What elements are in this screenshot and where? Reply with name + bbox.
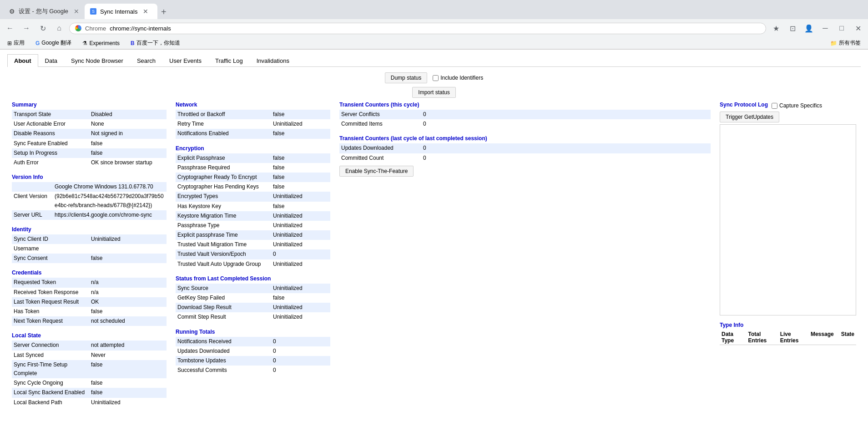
tab-traffic-log[interactable]: Traffic Log [208, 54, 250, 67]
tab-about[interactable]: About [7, 54, 38, 67]
bookmarks-experiments[interactable]: ⚗ Experiments [79, 39, 123, 47]
table-row: Trusted Vault Migration TimeUninitialize… [176, 240, 330, 249]
row-label: Updates Downloaded [176, 346, 271, 356]
row-value: Uninitialized [271, 192, 330, 201]
table-row: Has Keystore Keyfalse [176, 202, 330, 211]
bookmarks-apps[interactable]: ⊞ 应用 [4, 38, 28, 48]
table-row: Auth ErrorOK since browser startup [12, 158, 167, 168]
row-label: Sync Cycle Ongoing [12, 378, 89, 388]
row-label: Has Token [12, 307, 89, 316]
row-label: Passphrase Required [176, 163, 271, 173]
table-row: Cryptographer Has Pending Keysfalse [176, 182, 330, 192]
minimize-button[interactable]: ─ [819, 22, 832, 35]
page-content: About Data Sync Node Browser Search User… [0, 50, 868, 418]
row-label: Last Token Request Result [12, 297, 89, 307]
close-button[interactable]: ✕ [852, 22, 864, 35]
table-row: Passphrase Requiredfalse [176, 163, 330, 173]
bookmark-star-icon[interactable]: ★ [770, 22, 782, 35]
capture-specifics-label[interactable]: Capture Specifics [772, 102, 822, 109]
table-row: Tombstone Updates0 [176, 356, 330, 366]
row-label: Disable Reasons [12, 129, 89, 138]
settings-tab-close[interactable]: ✕ [74, 8, 79, 15]
version-client-row: Client Version (92b6e81c7548ac424b567279… [12, 192, 167, 210]
table-row: Disable ReasonsNot signed in [12, 129, 167, 138]
version-info-title: Version Info [12, 174, 167, 180]
row-label: Requested Token [12, 278, 89, 287]
row-value: 0 [421, 119, 711, 129]
version-client-label: Client Version [12, 192, 53, 210]
address-bar[interactable]: Chrome chrome://sync-internals [69, 23, 766, 34]
tab-invalidations[interactable]: Invalidations [250, 54, 296, 67]
tab-sync-node-browser[interactable]: Sync Node Browser [64, 54, 130, 67]
row-label: Received Token Response [12, 288, 89, 297]
row-label: Trusted Vault Auto Upgrade Group [176, 259, 271, 269]
dump-status-button[interactable]: Dump status [385, 72, 427, 83]
sync-tab-close[interactable]: ✕ [143, 8, 148, 15]
sync-tab[interactable]: S Sync Internals ✕ [85, 4, 157, 19]
table-row: Sync SourceUninitialized [176, 284, 330, 293]
include-identifiers-label[interactable]: Include Identifiers [433, 75, 483, 81]
table-row: Username [12, 244, 167, 254]
row-value: false [271, 129, 330, 138]
extension-icon[interactable]: ⊡ [786, 22, 799, 35]
new-tab-button[interactable]: + [157, 5, 170, 19]
capture-specifics-checkbox[interactable] [772, 103, 777, 109]
table-row: Server Connectionnot attempted [12, 341, 167, 350]
row-value: not attempted [89, 341, 167, 350]
network-rows: Throttled or BackofffalseRetry TimeUnini… [176, 110, 330, 139]
row-label: Successful Commits [176, 366, 271, 375]
trigger-getupdates-button[interactable]: Trigger GetUpdates [720, 112, 779, 122]
row-value: Not signed in [89, 129, 167, 138]
forward-button[interactable]: → [20, 22, 33, 35]
row-label: Trusted Vault Version/Epoch [176, 249, 271, 259]
type-info-section: Type Info Data Type Total Entries Live E… [720, 322, 856, 345]
tab-data[interactable]: Data [38, 54, 64, 67]
settings-tab[interactable]: ⚙ 设置 - 您与 Google ✕ [4, 4, 85, 19]
row-value: Uninitialized [271, 312, 330, 322]
profile-icon[interactable]: 👤 [802, 22, 815, 35]
table-row: Retry TimeUninitialized [176, 119, 330, 129]
credentials-section: Credentials Requested Tokenn/aReceived T… [12, 269, 167, 326]
import-status-button[interactable]: Import status [412, 87, 455, 98]
row-value: false [89, 388, 167, 397]
row-value: Uninitialized [271, 303, 330, 312]
nav-tabs: About Data Sync Node Browser Search User… [7, 54, 861, 67]
tab-bar: ⚙ 设置 - 您与 Google ✕ S Sync Internals ✕ + [0, 0, 868, 19]
tab-user-events[interactable]: User Events [162, 54, 208, 67]
version-chrome-label [12, 182, 53, 192]
bookmarks-bar: ⊞ 应用 G Google 翻译 ⚗ Experiments B 百度一下，你知… [0, 37, 868, 49]
tab-search[interactable]: Search [130, 54, 162, 67]
network-title: Network [176, 102, 330, 108]
type-info-header: Data Type Total Entries Live Entries Mes… [720, 330, 856, 345]
version-server-label: Server URL [12, 210, 53, 220]
include-identifiers-checkbox[interactable] [433, 75, 439, 81]
summary-title: Summary [12, 102, 167, 108]
row-label: Notifications Enabled [176, 129, 271, 138]
row-value: Uninitialized [271, 259, 330, 269]
bookmarks-translate[interactable]: G Google 翻译 [32, 38, 75, 48]
row-value: None [89, 119, 167, 129]
table-row: Received Token Responsen/a [12, 288, 167, 297]
version-info-rows: Google Chrome Windows 131.0.6778.70 Clie… [12, 182, 167, 220]
row-value: 0 [271, 346, 330, 356]
version-info-section: Version Info Google Chrome Windows 131.0… [12, 174, 167, 220]
settings-tab-label: 设置 - 您与 Google [19, 7, 68, 15]
row-value: n/a [89, 288, 167, 297]
row-label: Cryptographer Has Pending Keys [176, 182, 271, 192]
table-row: Sync Client IDUninitialized [12, 234, 167, 244]
enable-sync-feature-button[interactable]: Enable Sync-The-Feature [339, 166, 414, 177]
row-value: 0 [271, 356, 330, 366]
row-label: Last Synced [12, 351, 89, 360]
home-button[interactable]: ⌂ [53, 22, 66, 35]
bookmarks-baidu[interactable]: B 百度一下，你知道 [127, 38, 184, 48]
folder-icon: 📁 [830, 40, 837, 46]
row-label: Sync Client ID [12, 234, 89, 244]
maximize-button[interactable]: □ [835, 22, 848, 35]
row-label: Encrypted Types [176, 192, 271, 201]
all-bookmarks[interactable]: 📁 所有书签 [827, 38, 864, 48]
row-label: Cryptographer Ready To Encrypt [176, 173, 271, 182]
table-row: Local Sync Backend Enabledfalse [12, 388, 167, 397]
row-value: n/a [89, 278, 167, 287]
back-button[interactable]: ← [4, 22, 16, 35]
reload-button[interactable]: ↻ [36, 22, 49, 35]
